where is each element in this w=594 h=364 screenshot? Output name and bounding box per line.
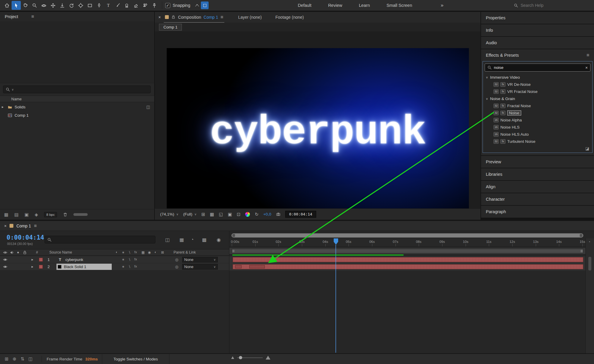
workspace-default[interactable]: Default	[298, 3, 311, 8]
audio-column-speaker-icon[interactable]	[10, 250, 14, 255]
fx-column-icon[interactable]: fx	[134, 250, 137, 254]
effect-item-noise[interactable]: 32 fx Noise	[483, 109, 592, 116]
effect-item-noise-hls-auto[interactable]: 16 Noise HLS Auto	[483, 131, 592, 138]
parent-link-column-header[interactable]: Parent & Link	[174, 250, 196, 254]
expander-icon[interactable]: ▸	[30, 257, 35, 262]
selected-layer-name-cell[interactable]: Black Solid 1	[56, 264, 112, 270]
help-search[interactable]	[511, 1, 592, 9]
grid-guides-button[interactable]: ⊞	[201, 212, 205, 217]
parent-dropdown[interactable]: None∨	[182, 257, 218, 262]
layer-row-black-solid[interactable]: ▸ 2 Black Solid 1 ∗ ∖ fx ◎ None∨	[0, 263, 229, 270]
help-search-input[interactable]	[521, 3, 589, 8]
tab-composition[interactable]: Composition Comp 1 ≡	[164, 12, 224, 23]
time-ruler[interactable]: 0:00s 01s 02s 03s 04s 05s 06s 07s 08s 09…	[229, 238, 585, 247]
zoom-in-mountain-icon[interactable]	[266, 356, 270, 360]
tab-footage[interactable]: Footage (none)	[275, 15, 304, 20]
panel-menu-icon[interactable]: ≡	[220, 15, 223, 20]
vertical-scrollbar-thumb[interactable]	[588, 257, 591, 270]
frame-blend-column-icon[interactable]: ▦	[141, 250, 145, 254]
collapse-switch-icon[interactable]: ∗	[122, 257, 125, 262]
panel-properties[interactable]: Properties	[481, 12, 594, 24]
comp-mini-flowchart-button[interactable]: ◫	[165, 237, 170, 243]
zoom-out-mountain-icon[interactable]	[231, 356, 234, 359]
work-area-track[interactable]	[229, 248, 585, 254]
brush-tool-button[interactable]	[113, 1, 122, 10]
create-folder-icon[interactable]: ▤	[14, 212, 18, 217]
eraser-tool-button[interactable]	[131, 1, 141, 10]
parent-dropdown[interactable]: None∨	[182, 264, 218, 270]
project-search-box[interactable]: ∨	[3, 86, 151, 93]
expander-icon[interactable]: ▸	[30, 265, 35, 269]
region-of-interest-button[interactable]: ▣	[228, 212, 232, 217]
source-name-column-header[interactable]: Source Name	[49, 250, 72, 254]
navigator-start-grip[interactable]	[232, 234, 235, 237]
quality-switch-icon[interactable]: ∖	[128, 257, 130, 262]
workspace-small-screen[interactable]: Small Screen	[387, 3, 412, 8]
close-tab-icon[interactable]: ×	[4, 224, 7, 228]
name-column-header[interactable]: Name	[11, 97, 22, 101]
adjustment-column-icon[interactable]: ◐	[155, 250, 157, 254]
shy-column-icon[interactable]: ◖	[115, 250, 117, 254]
puppet-pin-tool-button[interactable]	[150, 1, 159, 10]
transparency-grid-button[interactable]: ▦	[210, 212, 214, 217]
zoom-slider-handle[interactable]	[239, 356, 242, 359]
composition-canvas[interactable]: cyberpunk	[167, 48, 469, 217]
effect-item-noise-alpha[interactable]: 16 Noise Alpha	[483, 116, 592, 124]
snap-beyond-edges-button[interactable]	[201, 1, 209, 9]
pen-tool-button[interactable]	[94, 1, 104, 10]
panel-menu-icon[interactable]: ≡	[587, 53, 589, 58]
layer-bar-cyberpunk[interactable]	[233, 257, 583, 262]
lock-column-icon[interactable]	[23, 250, 27, 255]
pan-camera-tool-button[interactable]	[48, 1, 58, 10]
time-navigator-bar[interactable]	[231, 233, 583, 238]
roto-brush-tool-button[interactable]	[141, 1, 150, 10]
rotation-tool-button[interactable]	[67, 1, 76, 10]
collapse-column-icon[interactable]: ∗	[122, 250, 125, 254]
fx-switch-icon[interactable]: fx	[134, 257, 137, 261]
pick-whip-icon[interactable]: ◎	[175, 257, 178, 262]
snap-along-edges-button[interactable]	[193, 1, 201, 9]
type-tool-button[interactable]: T	[104, 1, 113, 10]
layer-row-cyberpunk[interactable]: ▸ 1 T cyberpunk ∗ ∖ fx ◎ None∨	[0, 256, 229, 263]
layer-visibility-eye-icon[interactable]	[3, 257, 7, 262]
viewer-timecode[interactable]: 0:00:04:14	[285, 211, 316, 218]
pick-whip-icon[interactable]: ◎	[175, 265, 178, 269]
collapse-switch-icon[interactable]: ∗	[122, 265, 125, 269]
draft-3d-button[interactable]: ▦	[179, 237, 184, 243]
resolution-dropdown[interactable]: (Full)∨	[183, 212, 197, 216]
navigator-end-grip[interactable]	[580, 234, 582, 237]
threed-column-icon[interactable]: ⊠	[161, 250, 164, 254]
effect-item-vr-de-noise[interactable]: 32 fx VR De-Noise	[483, 81, 592, 88]
motion-blur-column-icon[interactable]: ◉	[148, 250, 151, 254]
effects-presets-header[interactable]: Effects & Presets ≡	[481, 49, 594, 61]
pixel-aspect-button[interactable]: ⊡	[237, 212, 241, 217]
expand-in-out-button[interactable]: ⇅	[21, 356, 24, 362]
hide-shy-layers-button[interactable]: ◔	[191, 237, 194, 242]
effect-duration-box[interactable]	[249, 265, 265, 268]
project-row-comp1[interactable]: Comp 1	[0, 111, 154, 119]
work-area-end-handle[interactable]	[581, 250, 583, 252]
panel-menu-icon[interactable]: ≡	[31, 14, 34, 19]
footer-scrollbar-thumb[interactable]	[73, 213, 88, 216]
dolly-camera-tool-button[interactable]	[58, 1, 67, 10]
current-timecode[interactable]: 0:00:04:14	[7, 234, 44, 241]
number-column-header[interactable]: #	[36, 250, 38, 254]
layer-bar-black-solid[interactable]	[233, 264, 583, 269]
quality-switch-icon[interactable]: ∖	[128, 265, 130, 269]
tab-layer[interactable]: Layer (none)	[238, 15, 261, 20]
composition-viewport[interactable]: cyberpunk	[155, 31, 480, 208]
effects-search-input[interactable]	[494, 65, 583, 70]
effect-item-turbulent-noise[interactable]: 32 fx Turbulent Noise	[483, 138, 592, 145]
effects-search-box[interactable]: ×	[485, 64, 590, 72]
panel-libraries[interactable]: Libraries	[481, 168, 594, 180]
project-tab-label[interactable]: Project	[5, 14, 18, 19]
panel-character[interactable]: Character	[481, 193, 594, 205]
panel-audio[interactable]: Audio	[481, 37, 594, 49]
workspace-learn[interactable]: Learn	[359, 3, 370, 8]
orbit-camera-tool-button[interactable]	[39, 1, 48, 10]
toggle-switches-modes-button[interactable]: Toggle Switches / Modes	[102, 354, 169, 364]
interpret-footage-icon[interactable]: ▦	[4, 212, 8, 217]
hand-tool-button[interactable]	[21, 1, 30, 10]
timeline-tab-comp1[interactable]: Comp 1	[16, 224, 31, 228]
expand-render-time-button[interactable]: ◫	[29, 356, 33, 362]
